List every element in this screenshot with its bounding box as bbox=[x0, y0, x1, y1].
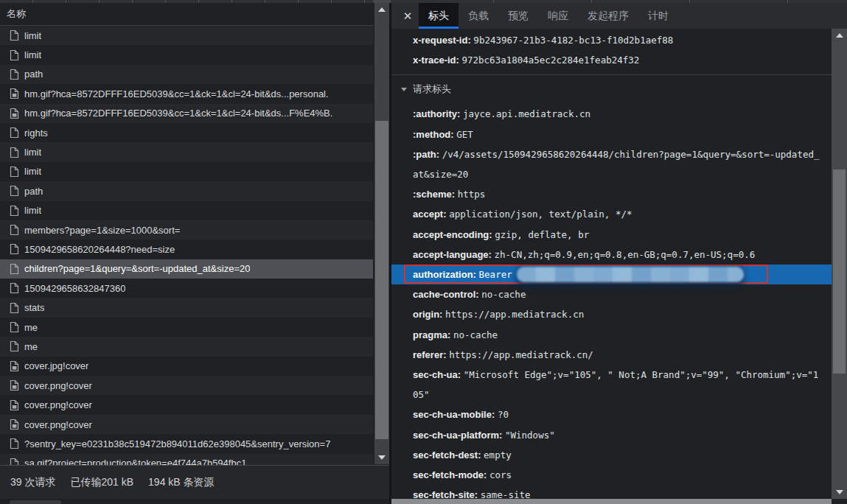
request-row[interactable]: path bbox=[0, 181, 373, 200]
request-name: hm.gif?hca=8572DFFF16ED5039&cc=1&ck=1&cl… bbox=[24, 88, 329, 99]
request-row[interactable]: me bbox=[0, 318, 373, 337]
scroll-down-icon[interactable] bbox=[832, 486, 847, 498]
header-name: pragma: bbox=[413, 329, 450, 340]
requests-panel: 名称 limitlimitpathhm.gif?hca=8572DFFF16ED… bbox=[0, 3, 391, 504]
header-referer: referer: https://app.mediatrack.cn/ bbox=[391, 345, 832, 365]
request-row[interactable]: limit bbox=[0, 162, 373, 181]
document-file-icon bbox=[10, 127, 19, 139]
request-row[interactable]: hm.gif?hca=8572DFFF16ED5039&cc=1&ck=1&cl… bbox=[0, 104, 373, 123]
image-file-icon bbox=[10, 88, 19, 99]
request-list: limitlimitpathhm.gif?hca=8572DFFF16ED503… bbox=[0, 26, 373, 467]
request-row[interactable]: children?page=1&query=&sort=-updated_at&… bbox=[0, 259, 373, 279]
headers-scrollbar[interactable] bbox=[832, 29, 847, 499]
request-row[interactable]: ?sentry_key=e0231b38c519472b894011d62e39… bbox=[0, 434, 373, 453]
header-name: sec-fetch-dest: bbox=[413, 449, 481, 461]
request-row[interactable]: 1509429658632847360 bbox=[0, 279, 373, 298]
header-name: :path: bbox=[413, 149, 439, 160]
document-file-icon bbox=[10, 185, 19, 197]
panel-separator[interactable] bbox=[389, 3, 391, 504]
document-file-icon bbox=[10, 147, 19, 158]
tab-timing[interactable]: 计时 bbox=[638, 3, 678, 29]
request-row[interactable]: stats bbox=[0, 298, 373, 317]
request-name: path bbox=[24, 186, 43, 197]
headers-content: x-request-id: 9b243967-21b3-4182-bc13-f1… bbox=[391, 29, 832, 499]
request-name: children?page=1&query=&sort=-updated_at&… bbox=[24, 263, 250, 274]
header-value: https://app.mediatrack.cn bbox=[445, 309, 584, 320]
request-row[interactable]: limit bbox=[0, 142, 373, 161]
scroll-up-icon[interactable] bbox=[832, 29, 847, 41]
header-name: cache-control: bbox=[413, 289, 479, 300]
request-row[interactable]: limit bbox=[0, 201, 373, 220]
header-value: no-cache bbox=[453, 329, 498, 340]
header-sec-fetch-site: sec-fetch-site: same-site bbox=[391, 485, 832, 499]
requests-scrollbar-thumb[interactable] bbox=[375, 121, 388, 439]
resources-size: 194 kB 条资源 bbox=[148, 476, 214, 489]
headers-detail-panel: ✕ 标头负载预览响应发起程序计时 x-request-id: 9b243967-… bbox=[391, 3, 847, 504]
name-column-header[interactable]: 名称 bbox=[0, 3, 373, 26]
requests-scrollbar[interactable] bbox=[374, 3, 389, 464]
tab-response[interactable]: 响应 bbox=[538, 3, 578, 29]
header-sec-ch-ua-platform: sec-ch-ua-platform: "Windows" bbox=[391, 425, 832, 445]
header-value: 9b243967-21b3-4182-bc13-f10d2b1aef88 bbox=[473, 35, 673, 46]
request-name: members?page=1&size=1000&sort= bbox=[24, 225, 180, 236]
request-row[interactable]: me bbox=[0, 337, 373, 356]
request-row[interactable]: rights bbox=[0, 123, 373, 142]
request-row[interactable]: cover.png!cover bbox=[0, 415, 373, 434]
header-value: empty bbox=[484, 449, 512, 461]
bottom-edge-right bbox=[391, 499, 832, 504]
header-value: 972bc63a1804a5ec2c284e1feab24f32 bbox=[461, 55, 639, 66]
request-headers-section[interactable]: 请求标头 bbox=[391, 79, 832, 99]
header-sec-fetch-dest: sec-fetch-dest: empty bbox=[391, 445, 832, 465]
header-name: sec-ch-ua: bbox=[413, 369, 461, 380]
name-column-label: 名称 bbox=[7, 8, 26, 19]
tab-payload[interactable]: 负载 bbox=[459, 3, 498, 29]
bottom-edge-left bbox=[0, 499, 391, 504]
request-row[interactable]: cover.png!cover bbox=[0, 395, 373, 414]
header-value: GET bbox=[456, 129, 473, 140]
tab-headers[interactable]: 标头 bbox=[419, 3, 459, 29]
collapse-triangle-icon bbox=[401, 88, 407, 91]
tab-preview[interactable]: 预览 bbox=[498, 3, 538, 29]
image-file-icon bbox=[10, 108, 19, 119]
header-x-trace-id: x-trace-id: 972bc63a1804a5ec2c284e1feab2… bbox=[391, 50, 832, 70]
request-row[interactable]: 1509429658620264448?need=size bbox=[0, 239, 373, 259]
header-value: cors bbox=[489, 469, 512, 480]
image-file-icon bbox=[10, 360, 19, 372]
request-row[interactable]: hm.gif?hca=8572DFFF16ED5039&cc=1&ck=1&cl… bbox=[0, 84, 373, 103]
tab-initiator[interactable]: 发起程序 bbox=[578, 3, 638, 29]
document-file-icon bbox=[10, 205, 19, 217]
header-value: no-cache bbox=[481, 289, 526, 300]
requests-count: 39 次请求 bbox=[10, 476, 55, 489]
close-icon[interactable]: ✕ bbox=[397, 3, 419, 29]
headers-scrollbar-thumb[interactable] bbox=[833, 169, 846, 374]
header-name: accept-language: bbox=[413, 249, 492, 260]
request-row[interactable]: cover.png!cover bbox=[0, 376, 373, 395]
header-authorization: authorization: Bearer bbox=[391, 265, 832, 284]
image-file-icon bbox=[10, 399, 19, 411]
request-name: limit bbox=[24, 30, 41, 41]
header-value: Bearer bbox=[479, 269, 744, 280]
devtools-network-panel: 名称 limitlimitpathhm.gif?hca=8572DFFF16ED… bbox=[0, 0, 847, 504]
header-value: application/json, text/plain, */* bbox=[449, 209, 632, 220]
header-sec-ch-ua: sec-ch-ua: "Microsoft Edge";v="105", " N… bbox=[391, 365, 832, 405]
request-row[interactable]: path bbox=[0, 65, 373, 84]
scroll-up-icon[interactable] bbox=[374, 4, 389, 15]
request-name: me bbox=[24, 341, 38, 352]
document-file-icon bbox=[10, 29, 19, 41]
request-name: 1509429658620264448?need=size bbox=[24, 244, 175, 255]
request-row[interactable]: cover.jpg!cover bbox=[0, 357, 373, 376]
request-row[interactable]: limit bbox=[0, 45, 373, 64]
document-file-icon bbox=[10, 224, 19, 236]
document-file-icon bbox=[10, 340, 19, 352]
header-pseudo-path: :path: /v4/assets/1509429658620264448/ch… bbox=[391, 144, 832, 184]
header-value: zh-CN,zh;q=0.9,en;q=0.8,en-GB;q=0.7,en-U… bbox=[495, 249, 756, 260]
header-name: sec-fetch-site: bbox=[413, 489, 478, 499]
request-name: 1509429658632847360 bbox=[24, 283, 125, 294]
section-title: 请求标头 bbox=[413, 83, 451, 96]
header-pragma: pragma: no-cache bbox=[391, 325, 832, 345]
request-row[interactable]: members?page=1&size=1000&sort= bbox=[0, 220, 373, 239]
request-row[interactable]: limit bbox=[0, 26, 373, 45]
document-file-icon bbox=[10, 302, 19, 314]
scroll-down-icon[interactable] bbox=[374, 452, 389, 463]
request-name: cover.png!cover bbox=[24, 380, 92, 391]
